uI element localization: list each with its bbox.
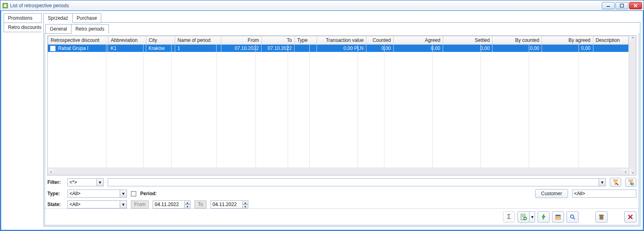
svg-rect-9: [522, 215, 524, 216]
document-dropdown-icon[interactable]: ▾: [530, 211, 535, 223]
cell-description: [593, 45, 628, 52]
chevron-down-icon[interactable]: ▾: [120, 200, 127, 208]
scroll-up-icon[interactable]: ⌃: [629, 36, 636, 42]
period-checkbox[interactable]: [131, 191, 136, 196]
chevron-down-icon[interactable]: ▾: [599, 178, 606, 186]
cell-transaction-value: 0,00 PLN: [317, 45, 366, 52]
to-date-input[interactable]: ▲▼: [211, 200, 248, 208]
cell-type: [294, 45, 317, 52]
svg-point-17: [570, 215, 574, 218]
h-scrollbar[interactable]: ‹ ›: [48, 168, 629, 175]
svg-rect-1: [4, 4, 6, 7]
left-tabs: Promotions Retro discounts: [4, 13, 42, 227]
minimize-button[interactable]: [602, 2, 615, 9]
cell-counted: 0,00: [366, 45, 394, 52]
filter-text-dropdown[interactable]: ▾: [108, 178, 606, 186]
col-abbreviation[interactable]: Abbreviation: [108, 36, 146, 45]
tab-purchase[interactable]: Purchase: [72, 13, 102, 23]
col-from[interactable]: From: [221, 36, 262, 45]
tab-retro-periods[interactable]: Retro periods: [71, 24, 109, 34]
col-transaction-value[interactable]: Transaction value: [317, 36, 366, 45]
maximize-button[interactable]: [615, 2, 628, 9]
col-settled[interactable]: Settled: [443, 36, 493, 45]
close-panel-button[interactable]: [624, 211, 636, 223]
filter-label: Filter:: [47, 179, 63, 185]
col-counted[interactable]: Counted: [366, 36, 394, 45]
period-label: Period:: [140, 191, 157, 196]
scroll-left-icon[interactable]: ‹: [48, 169, 54, 175]
customer-input[interactable]: [572, 190, 636, 198]
spin-down-icon[interactable]: ▼: [185, 204, 190, 208]
cell-by-counted: 0,00: [493, 45, 542, 52]
svg-rect-20: [599, 215, 603, 216]
cell-abbreviation: K1: [108, 45, 146, 52]
filter-builder-button[interactable]: [625, 178, 636, 187]
content-column: Sprzedaż Purchase General Retro periods: [43, 13, 640, 227]
cell-agreed: 0,00: [393, 45, 443, 52]
chevron-down-icon[interactable]: ▾: [120, 190, 127, 198]
tab-promotions[interactable]: Promotions: [4, 13, 42, 23]
tab-retro-discounts[interactable]: Retro discounts: [4, 23, 42, 32]
chevron-down-icon[interactable]: ▾: [96, 178, 104, 186]
from-button-disabled: From: [131, 200, 149, 208]
titlebar: List of retrospective periods: [0, 0, 644, 11]
filter-history-input[interactable]: [67, 178, 96, 186]
type-input[interactable]: [67, 190, 120, 198]
cell-city: Kraków: [146, 45, 175, 52]
spin-up-icon[interactable]: ▲: [243, 200, 248, 204]
state-input[interactable]: [67, 200, 120, 208]
type-dropdown[interactable]: ▾: [67, 190, 127, 198]
cell-to: 07.10.2022: [262, 45, 294, 52]
svg-line-18: [573, 218, 575, 219]
filter-history-dropdown[interactable]: ▾: [67, 178, 104, 186]
calendar-button[interactable]: [552, 211, 564, 223]
customer-button[interactable]: Customer: [535, 189, 568, 198]
app-window: List of retrospective periods Promotions…: [0, 0, 644, 231]
window-body: Promotions Retro discounts Sprzedaż Purc…: [0, 11, 644, 231]
cell-name-of-period: 1: [175, 45, 221, 52]
close-button[interactable]: [629, 2, 642, 9]
document-button[interactable]: [517, 211, 530, 223]
filter-apply-button[interactable]: [610, 178, 621, 187]
svg-rect-3: [620, 4, 624, 7]
svg-rect-13: [556, 215, 560, 216]
svg-rect-10: [522, 217, 524, 217]
cell-from: 07.10.2022: [221, 45, 262, 52]
row-checkbox[interactable]: [50, 46, 55, 51]
scroll-down-icon[interactable]: ⌄: [629, 169, 636, 175]
filter-text-input[interactable]: [108, 178, 599, 186]
search-button[interactable]: [566, 211, 579, 223]
table-row[interactable]: Rabat Grupa I K1 Kraków 1 07.10.2022 07.…: [48, 45, 629, 52]
top-tabs: Sprzedaż Purchase: [43, 13, 640, 23]
data-grid: Retrospective discount Abbreviation City…: [47, 35, 636, 175]
cell-settled: 0,00: [443, 45, 492, 52]
spin-up-icon[interactable]: ▲: [185, 200, 190, 204]
svg-rect-14: [556, 217, 557, 218]
svg-line-6: [616, 183, 618, 185]
col-by-agreed[interactable]: By agreed: [542, 36, 593, 45]
window-title: List of retrospective periods: [10, 3, 602, 8]
grid-body[interactable]: Rabat Grupa I K1 Kraków 1 07.10.2022 07.…: [48, 45, 629, 168]
tab-general[interactable]: General: [45, 24, 72, 34]
cell-by-agreed: 0,00: [542, 45, 593, 52]
col-city[interactable]: City: [146, 36, 175, 45]
thunder-button[interactable]: [538, 211, 550, 223]
tab-sprzedaz[interactable]: Sprzedaż: [43, 13, 73, 23]
trash-button[interactable]: [595, 211, 607, 223]
state-dropdown[interactable]: ▾: [67, 200, 127, 208]
col-to[interactable]: To: [262, 36, 294, 45]
cell-retrospective-discount: Rabat Grupa I: [58, 45, 88, 51]
col-description[interactable]: Description: [593, 36, 628, 45]
v-scrollbar[interactable]: ⌃ ⌄: [629, 36, 636, 175]
col-agreed[interactable]: Agreed: [393, 36, 443, 45]
col-by-counted[interactable]: By counted: [493, 36, 542, 45]
spin-down-icon[interactable]: ▼: [243, 204, 248, 208]
col-name-of-period[interactable]: Name of period: [175, 36, 221, 45]
type-label: Type:: [47, 191, 63, 196]
svg-rect-16: [559, 217, 560, 218]
from-date-input[interactable]: ▲▼: [153, 200, 190, 208]
to-button-disabled: To: [194, 200, 206, 208]
col-type[interactable]: Type: [294, 36, 317, 45]
scroll-right-icon[interactable]: ›: [622, 169, 629, 175]
col-retrospective-discount[interactable]: Retrospective discount: [48, 36, 108, 45]
